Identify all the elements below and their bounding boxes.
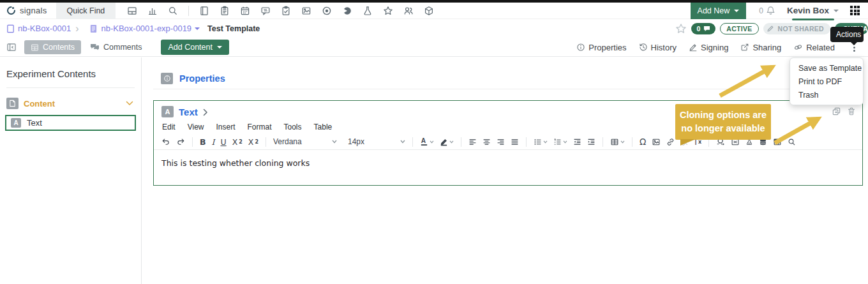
signing-action[interactable]: Signing <box>689 43 728 52</box>
actions-dropdown-menu: Save as Template Print to PDF Trash <box>789 57 864 105</box>
related-action[interactable]: Related <box>793 43 835 52</box>
bullet-list-icon[interactable] <box>534 138 548 146</box>
inventory-icon[interactable] <box>424 6 434 16</box>
properties-link[interactable]: Properties <box>179 73 225 84</box>
star-favorite-icon[interactable] <box>675 23 687 34</box>
underline-icon[interactable]: U <box>220 137 226 147</box>
subscript-icon[interactable]: X2 <box>232 137 243 147</box>
menu-view[interactable]: View <box>188 123 204 131</box>
signals-logo-icon <box>6 5 17 16</box>
notebook-icon <box>6 24 15 33</box>
quick-find-button[interactable]: Quick Find <box>56 3 116 19</box>
properties-bar: Properties <box>153 68 863 89</box>
app-grid-icon[interactable] <box>850 6 860 15</box>
sidebar-section-content[interactable]: Content <box>6 98 133 109</box>
protocol-icon[interactable] <box>220 6 230 16</box>
sidebar-divider <box>6 87 135 88</box>
table-icon <box>31 43 39 52</box>
font-size-select[interactable]: 14px <box>348 137 405 146</box>
materials-icon[interactable] <box>301 6 311 16</box>
add-content-button[interactable]: Add Content <box>161 40 229 55</box>
tabs-row: Contents Comments Add Content Properties… <box>0 38 868 57</box>
data-table-icon[interactable] <box>773 138 782 146</box>
status-badge-active: ACTIVE <box>720 23 758 34</box>
calendar-icon[interactable] <box>240 6 250 16</box>
highlight-color-icon[interactable] <box>440 137 454 146</box>
chevron-down-icon <box>543 140 548 144</box>
pencil-icon <box>767 25 774 33</box>
analytics-icon[interactable] <box>147 6 158 16</box>
special-character-icon[interactable]: Ω <box>640 137 646 147</box>
menu-item-save-as-template[interactable]: Save as Template <box>790 61 863 75</box>
notebook-icon[interactable] <box>199 6 209 16</box>
align-left-icon[interactable] <box>468 138 477 146</box>
link-chain-icon <box>793 43 803 52</box>
duplicate-icon[interactable] <box>832 107 841 116</box>
chevron-down-icon[interactable] <box>126 101 133 106</box>
menu-item-print-to-pdf[interactable]: Print to PDF <box>790 75 863 88</box>
align-right-icon[interactable] <box>497 138 505 146</box>
chevron-down-icon <box>195 27 200 30</box>
numbered-list-icon[interactable] <box>553 138 567 146</box>
menu-format[interactable]: Format <box>248 123 272 131</box>
trash-icon[interactable] <box>847 107 856 116</box>
align-justify-icon[interactable] <box>511 138 519 146</box>
increase-indent-icon[interactable] <box>587 138 595 146</box>
search-icon[interactable] <box>168 6 178 16</box>
menu-item-trash[interactable]: Trash <box>790 88 863 101</box>
top-navbar: signals Quick Find Add New 0 Kevin Box <box>0 3 868 19</box>
target-icon[interactable] <box>322 6 332 16</box>
favorites-icon[interactable] <box>383 6 393 16</box>
collapse-sidebar-icon[interactable] <box>6 42 17 52</box>
menu-table[interactable]: Table <box>314 123 333 131</box>
chevron-down-icon <box>834 10 839 12</box>
font-family-select[interactable]: Verdana <box>273 137 337 146</box>
properties-action[interactable]: Properties <box>576 43 626 52</box>
undo-icon[interactable] <box>161 137 170 146</box>
italic-icon[interactable]: I <box>212 137 215 147</box>
users-icon[interactable] <box>403 6 414 16</box>
link-icon[interactable] <box>666 138 675 146</box>
chevron-right-icon[interactable] <box>203 108 208 116</box>
history-action[interactable]: History <box>639 43 677 52</box>
image-icon[interactable] <box>652 138 661 146</box>
user-menu[interactable]: Kevin Box <box>787 6 839 15</box>
bell-icon[interactable] <box>766 6 775 15</box>
redo-icon[interactable] <box>176 137 185 146</box>
tab-contents[interactable]: Contents <box>24 40 81 54</box>
annotation-callout: Cloning options are no longer available <box>675 104 771 140</box>
menu-insert[interactable]: Insert <box>216 123 235 131</box>
tab-comments[interactable]: Comments <box>90 43 142 52</box>
sidebar-title: Experiment Contents <box>6 68 141 79</box>
breadcrumb-experiment[interactable]: nb-KBox-0001-exp-0019 <box>89 24 200 33</box>
content-section-icon <box>6 98 19 109</box>
sharing-action[interactable]: Sharing <box>740 43 781 52</box>
sidebar-item-text[interactable]: A Text <box>5 115 136 131</box>
signing-pen-icon <box>689 43 698 52</box>
logo-text: signals <box>20 6 47 15</box>
breadcrumb-notebook[interactable]: nb-KBox-0001 <box>6 24 71 33</box>
text-editor-content[interactable]: This is testing whether cloning works <box>154 150 862 176</box>
text-module-title[interactable]: Text <box>179 107 198 117</box>
status-badge-not-shared[interactable]: NOT SHARED <box>763 23 830 34</box>
text-color-icon[interactable]: A <box>420 137 434 146</box>
pie-icon[interactable] <box>342 6 352 16</box>
flask-icon[interactable] <box>363 6 373 16</box>
menu-tools[interactable]: Tools <box>284 123 302 131</box>
bold-icon[interactable]: B <box>200 137 206 147</box>
dashboard-icon[interactable] <box>127 6 137 16</box>
comment-bubble-icon <box>703 26 710 32</box>
add-new-button[interactable]: Add New <box>691 3 747 19</box>
signals-logo[interactable]: signals <box>6 5 47 16</box>
align-center-icon[interactable] <box>483 138 491 146</box>
menu-edit[interactable]: Edit <box>162 123 176 131</box>
search-icon[interactable] <box>788 138 796 146</box>
svg-text:A: A <box>421 137 426 144</box>
task-icon[interactable] <box>281 6 291 16</box>
comments-count-badge[interactable]: 0 <box>691 23 715 34</box>
table-icon[interactable] <box>610 138 625 146</box>
chevron-down-icon <box>217 46 222 49</box>
decrease-indent-icon[interactable] <box>573 138 581 146</box>
request-icon[interactable] <box>260 6 271 16</box>
superscript-icon[interactable]: X2 <box>248 137 258 147</box>
